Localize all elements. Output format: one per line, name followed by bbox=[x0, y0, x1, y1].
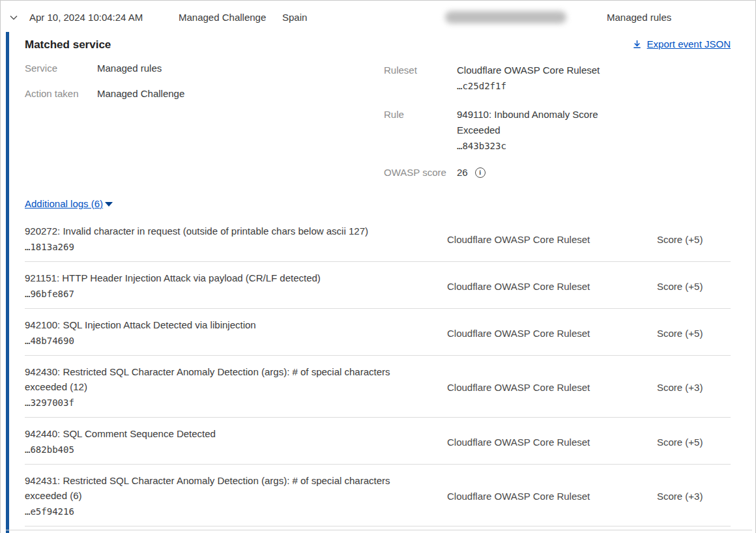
log-ruleset: Cloudflare OWASP Core Ruleset bbox=[447, 281, 657, 292]
log-row: 942430: Restricted SQL Character Anomaly… bbox=[25, 356, 731, 418]
log-ruleset: Cloudflare OWASP Core Ruleset bbox=[447, 328, 657, 339]
log-row: 942100: SQL Injection Attack Detected vi… bbox=[25, 309, 731, 356]
owasp-score-label: OWASP score bbox=[384, 167, 457, 178]
log-score: Score (+5) bbox=[657, 281, 731, 292]
log-description: 921151: HTTP Header Injection Attack via… bbox=[25, 270, 409, 285]
ruleset-value: Cloudflare OWASP Core Ruleset bbox=[457, 63, 600, 78]
log-row: 942440: SQL Comment Sequence Detected …6… bbox=[25, 418, 731, 465]
log-id-hash: …1813a269 bbox=[25, 239, 447, 255]
log-id-hash: …e5f94216 bbox=[25, 504, 447, 519]
event-service: Managed rules bbox=[607, 12, 671, 23]
event-timestamp: Apr 10, 2024 10:04:24 AM bbox=[29, 12, 143, 23]
log-score: Score (+5) bbox=[657, 234, 731, 245]
log-row: 920272: Invalid character in request (ou… bbox=[25, 215, 731, 262]
section-title: Matched service bbox=[25, 38, 111, 51]
event-summary-row[interactable]: Apr 10, 2024 10:04:24 AM Managed Challen… bbox=[1, 1, 755, 32]
log-ruleset: Cloudflare OWASP Core Ruleset bbox=[447, 382, 657, 393]
owasp-score-field: OWASP score 26 i bbox=[384, 167, 731, 178]
action-taken-value: Managed Challenge bbox=[97, 88, 184, 99]
log-score: Score (+5) bbox=[657, 328, 731, 339]
log-ruleset: Cloudflare OWASP Core Ruleset bbox=[447, 491, 657, 502]
redacted-text bbox=[445, 11, 566, 23]
log-description: 942100: SQL Injection Attack Detected vi… bbox=[25, 317, 409, 332]
log-description: 942440: SQL Comment Sequence Detected bbox=[25, 426, 409, 441]
log-description: 920272: Invalid character in request (ou… bbox=[25, 223, 409, 238]
additional-logs-list: 920272: Invalid character in request (ou… bbox=[25, 215, 731, 526]
log-description: 942431: Restricted SQL Character Anomaly… bbox=[25, 473, 409, 503]
log-id-hash: …96bfe867 bbox=[25, 286, 447, 302]
panel-bottom-divider bbox=[6, 530, 752, 530]
triangle-down-icon bbox=[105, 202, 113, 207]
action-taken-field: Action taken Managed Challenge bbox=[25, 88, 384, 99]
rule-label: Rule bbox=[384, 107, 457, 154]
rule-id-hash: …843b323c bbox=[457, 138, 613, 154]
log-id-hash: …3297003f bbox=[25, 395, 447, 411]
log-id-hash: …682bb405 bbox=[25, 442, 447, 457]
log-ruleset: Cloudflare OWASP Core Ruleset bbox=[447, 437, 657, 448]
event-country: Spain bbox=[282, 12, 307, 23]
expanded-row-accent-bar bbox=[6, 32, 9, 533]
chevron-down-icon bbox=[8, 12, 19, 23]
collapse-row-button[interactable] bbox=[7, 11, 20, 24]
download-icon bbox=[632, 39, 642, 50]
log-id-hash: …48b74690 bbox=[25, 333, 447, 349]
log-score: Score (+3) bbox=[657, 491, 731, 502]
rule-value: 949110: Inbound Anomaly Score Exceeded bbox=[457, 107, 613, 138]
log-ruleset: Cloudflare OWASP Core Ruleset bbox=[447, 234, 657, 245]
export-event-json-label: Export event JSON bbox=[647, 38, 731, 50]
info-icon[interactable]: i bbox=[475, 167, 486, 178]
service-value: Managed rules bbox=[97, 63, 162, 74]
owasp-score-value: 26 bbox=[457, 167, 468, 178]
export-event-json-link[interactable]: Export event JSON bbox=[632, 38, 731, 50]
event-detail-panel: Apr 10, 2024 10:04:24 AM Managed Challen… bbox=[0, 0, 756, 533]
action-taken-label: Action taken bbox=[25, 88, 97, 99]
log-row: 942431: Restricted SQL Character Anomaly… bbox=[25, 465, 731, 526]
log-row: 921151: HTTP Header Injection Attack via… bbox=[25, 262, 731, 309]
service-field: Service Managed rules bbox=[25, 63, 384, 74]
matched-service-details: Service Managed rules Action taken Manag… bbox=[25, 63, 731, 178]
service-label: Service bbox=[25, 63, 97, 74]
event-action: Managed Challenge bbox=[179, 12, 266, 23]
log-description: 942430: Restricted SQL Character Anomaly… bbox=[25, 364, 409, 394]
ruleset-field: Ruleset Cloudflare OWASP Core Ruleset …c… bbox=[384, 63, 731, 94]
additional-logs-toggle[interactable]: Additional logs (6) bbox=[25, 198, 113, 209]
ruleset-id-hash: …c25d2f1f bbox=[457, 78, 600, 94]
ruleset-label: Ruleset bbox=[384, 63, 457, 94]
rule-field: Rule 949110: Inbound Anomaly Score Excee… bbox=[384, 107, 731, 154]
expanded-event-details: Matched service Export event JSON Servic… bbox=[1, 32, 755, 533]
log-score: Score (+5) bbox=[657, 437, 731, 448]
additional-logs-label: Additional logs (6) bbox=[25, 198, 103, 209]
log-score: Score (+3) bbox=[657, 382, 731, 393]
